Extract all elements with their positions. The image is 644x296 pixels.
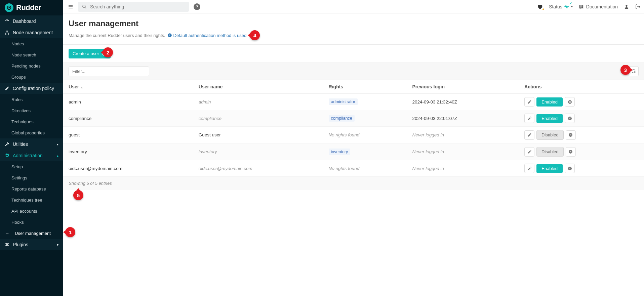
svg-rect-1	[6, 31, 8, 32]
filter-input[interactable]	[69, 67, 149, 76]
sidebar-item-node-search[interactable]: Node search	[0, 49, 63, 60]
rights-cell: administrator	[323, 94, 407, 110]
user-name-cell: admin	[193, 94, 323, 110]
actions-cell: Enabled	[519, 94, 644, 110]
chevron-down-icon: ▾	[571, 5, 573, 8]
sidebar-label: Plugins	[13, 242, 28, 247]
enabled-toggle[interactable]: Enabled	[536, 114, 563, 123]
rights-badge: inventory	[329, 149, 351, 155]
edit-button[interactable]	[524, 130, 534, 140]
close-circle-icon	[568, 133, 573, 137]
table-row: adminadminadministrator2024-09-03 21:32:…	[63, 94, 644, 110]
actions-cell: Disabled	[519, 127, 644, 143]
status-label: Status	[549, 4, 562, 9]
edit-button[interactable]	[524, 147, 534, 157]
sidebar-item-hooks[interactable]: Hooks	[0, 217, 63, 228]
sidebar-item-global-properties[interactable]: Global properties	[0, 127, 63, 138]
user-id-cell: inventory	[63, 143, 193, 160]
delete-button[interactable]	[565, 164, 575, 173]
disabled-toggle[interactable]: Disabled	[536, 130, 564, 140]
sidebar-item-techniques[interactable]: Techniques	[0, 116, 63, 127]
delete-button[interactable]	[566, 130, 576, 140]
health-icon[interactable]: ▲	[537, 4, 543, 10]
chevron-up-icon: ▴	[57, 154, 58, 158]
col-username[interactable]: User name	[193, 80, 323, 94]
actions-cell: Enabled	[519, 110, 644, 127]
edit-button[interactable]	[524, 114, 534, 123]
edit-button[interactable]	[524, 164, 534, 173]
callout-marker-5: 5	[73, 190, 83, 200]
sidebar-item-dashboard[interactable]: Dashboard	[0, 15, 63, 27]
callout-marker-1: 1	[65, 227, 75, 237]
rights-cell: compliance	[323, 110, 407, 127]
sidebar-item-techniques-tree[interactable]: Techniques tree	[0, 195, 63, 206]
sidebar-item-reports-db[interactable]: Reports database	[0, 183, 63, 195]
gauge-icon	[5, 19, 9, 24]
sidebar-item-administration[interactable]: Administration ▴	[0, 150, 63, 161]
logout-icon[interactable]	[635, 4, 641, 9]
edit-button[interactable]	[524, 97, 534, 107]
chevron-down-icon: ▾	[57, 243, 58, 247]
col-prev-login[interactable]: Previous login	[407, 80, 519, 94]
sidebar-item-plugins[interactable]: Plugins ▾	[0, 239, 63, 250]
rights-cell: inventory	[323, 143, 407, 160]
create-toolbar: Create a user 2	[63, 45, 644, 62]
auth-method-link[interactable]: Default authentication method is used	[167, 33, 247, 38]
sidebar-item-pending-nodes[interactable]: Pending nodes	[0, 60, 63, 72]
enabled-toggle[interactable]: Enabled	[536, 97, 563, 107]
close-circle-icon	[568, 166, 572, 171]
actions-cell: Disabled	[519, 143, 644, 160]
disabled-toggle[interactable]: Disabled	[536, 147, 564, 157]
sidebar-item-config-policy[interactable]: Configuration policy	[0, 83, 63, 94]
sidebar-item-rules[interactable]: Rules	[0, 94, 63, 105]
user-id-cell: oidc.user@mydomain.com	[63, 160, 193, 177]
table-row: guestGuest userNo rights foundNever logg…	[63, 127, 644, 143]
gear-icon	[5, 153, 9, 158]
svg-rect-7	[169, 35, 170, 36]
menu-toggle-icon[interactable]	[67, 3, 75, 11]
pencil-icon	[527, 133, 532, 137]
sidebar-label: Utilities	[13, 141, 28, 147]
prev-login-cell: 2024-09-03 21:32:40Z	[407, 94, 519, 110]
arrow-right-icon: →	[5, 231, 9, 236]
page-header: User management Manage the current Rudde…	[63, 19, 644, 45]
prev-login-cell: Never logged in	[407, 143, 519, 160]
global-search[interactable]	[78, 2, 189, 12]
sidebar-item-node-management[interactable]: Node management	[0, 27, 63, 38]
enabled-toggle[interactable]: Enabled	[536, 164, 563, 173]
sidebar-item-user-management[interactable]: → User management 1	[0, 228, 63, 239]
col-user[interactable]: User ▲	[63, 80, 193, 94]
search-input[interactable]	[90, 4, 185, 9]
sidebar-item-nodes[interactable]: Nodes	[0, 38, 63, 49]
documentation-link[interactable]: Documentation	[579, 4, 618, 9]
actions-cell: Enabled	[519, 160, 644, 177]
brand-logo[interactable]: Rudder	[0, 0, 63, 15]
wrench-icon	[5, 142, 9, 146]
sidebar-item-settings[interactable]: Settings	[0, 172, 63, 183]
sidebar-item-api-accounts[interactable]: API accounts	[0, 206, 63, 217]
pencil-icon	[527, 116, 532, 121]
col-rights[interactable]: Rights	[323, 80, 407, 94]
delete-button[interactable]	[566, 147, 576, 157]
filter-toolbar: 3	[63, 62, 644, 80]
sidebar-label: Node management	[13, 30, 53, 35]
rights-badge: administrator	[329, 98, 358, 105]
sidebar: Rudder Dashboard Node management Nodes N…	[0, 0, 63, 296]
sidebar-item-directives[interactable]: Directives	[0, 105, 63, 116]
puzzle-icon	[5, 242, 9, 247]
table-row: oidc.user@mydomain.comoidc.user@mydomain…	[63, 160, 644, 177]
sidebar-item-setup[interactable]: Setup	[0, 161, 63, 172]
status-dropdown[interactable]: Status ✔ ▾	[549, 4, 573, 10]
user-name-cell: inventory	[193, 143, 323, 160]
sort-asc-icon: ▲	[80, 86, 83, 89]
user-name-cell: compliance	[193, 110, 323, 127]
help-icon[interactable]: ?	[194, 3, 200, 10]
delete-button[interactable]	[565, 97, 575, 107]
book-icon	[579, 4, 584, 9]
sidebar-item-utilities[interactable]: Utilities ▾	[0, 138, 63, 150]
sidebar-item-groups[interactable]: Groups	[0, 72, 63, 83]
user-name-cell: oidc.user@mydomain.com	[193, 160, 323, 177]
pencil-icon	[527, 150, 532, 154]
user-icon[interactable]	[624, 4, 629, 9]
delete-button[interactable]	[565, 114, 575, 123]
